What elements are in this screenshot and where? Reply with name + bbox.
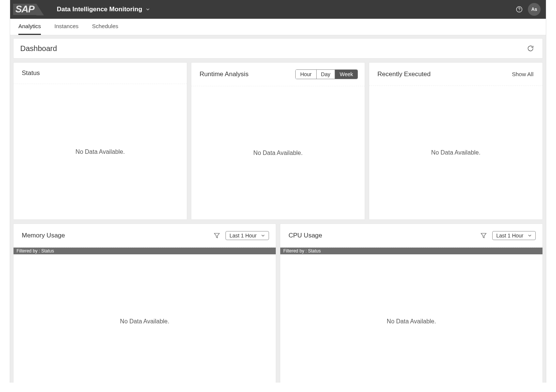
- chevron-down-icon: [260, 233, 266, 238]
- memory-range-label: Last 1 Hour: [230, 233, 257, 239]
- avatar-initials: As: [531, 7, 537, 12]
- help-icon: [515, 6, 523, 13]
- tile-status-title: Status: [22, 69, 180, 77]
- tile-row-bottom: Memory Usage Last 1 Hour Filtered by : S…: [13, 224, 543, 383]
- chevron-down-icon: [527, 233, 532, 238]
- memory-range-select[interactable]: Last 1 Hour: [225, 231, 269, 240]
- svg-point-1: [519, 11, 520, 11]
- memory-filter-button[interactable]: [212, 231, 222, 240]
- refresh-icon: [527, 45, 534, 52]
- empty-text: No Data Available.: [431, 149, 480, 156]
- svg-marker-2: [214, 233, 219, 238]
- tile-recent-body: No Data Available.: [369, 86, 542, 219]
- tile-cpu: CPU Usage Last 1 Hour Filtered by : Stat…: [280, 224, 543, 383]
- tab-analytics[interactable]: Analytics: [18, 19, 41, 35]
- empty-text: No Data Available.: [387, 318, 436, 325]
- sap-logo: SAP: [13, 4, 36, 15]
- empty-text: No Data Available.: [120, 318, 169, 325]
- cpu-filter-bar: Filtered by : Status: [280, 248, 542, 254]
- empty-text: No Data Available.: [75, 149, 125, 155]
- tile-cpu-body: No Data Available.: [280, 254, 542, 383]
- tile-cpu-title: CPU Usage: [289, 232, 479, 239]
- help-button[interactable]: [513, 3, 526, 16]
- user-avatar-button[interactable]: As: [528, 3, 541, 16]
- tile-row-top: Status No Data Available. Runtime Analys…: [13, 62, 543, 220]
- tile-memory: Memory Usage Last 1 Hour Filtered by : S…: [13, 224, 276, 383]
- tile-recent: Recently Executed Show All No Data Avail…: [369, 62, 543, 220]
- content-area[interactable]: Dashboard Status No Data Available. Runt…: [10, 35, 546, 383]
- tile-memory-title: Memory Usage: [22, 232, 212, 239]
- tab-instances[interactable]: Instances: [54, 19, 78, 35]
- segment-week[interactable]: Week: [335, 70, 358, 79]
- filter-icon: [480, 232, 487, 239]
- tile-recent-title: Recently Executed: [377, 71, 509, 78]
- main-tabs: Analytics Instances Schedules: [10, 19, 546, 35]
- svg-marker-3: [481, 233, 486, 238]
- chevron-down-icon: [145, 7, 150, 12]
- tab-schedules[interactable]: Schedules: [92, 19, 118, 35]
- segment-hour[interactable]: Hour: [296, 70, 316, 79]
- empty-text: No Data Available.: [253, 150, 302, 156]
- segment-day[interactable]: Day: [316, 70, 335, 79]
- cpu-range-label: Last 1 Hour: [496, 233, 523, 239]
- filter-icon: [213, 232, 220, 239]
- shell-header: SAP Data Intelligence Monitoring As: [10, 0, 546, 19]
- memory-filter-bar: Filtered by : Status: [14, 248, 276, 254]
- product-title-menu[interactable]: Data Intelligence Monitoring: [57, 6, 150, 13]
- tile-runtime: Runtime Analysis Hour Day Week No Data A…: [191, 62, 365, 220]
- refresh-button[interactable]: [525, 43, 536, 54]
- page-title: Dashboard: [20, 44, 525, 53]
- tile-runtime-title: Runtime Analysis: [200, 71, 295, 78]
- cpu-filter-button[interactable]: [479, 231, 488, 240]
- tile-memory-body: No Data Available.: [14, 254, 276, 383]
- show-all-button[interactable]: Show All: [509, 69, 536, 79]
- page-toolbar: Dashboard: [13, 38, 543, 59]
- tile-status: Status No Data Available.: [13, 62, 187, 220]
- app-frame: SAP Data Intelligence Monitoring As Anal…: [10, 0, 546, 383]
- tile-runtime-body: No Data Available.: [191, 86, 365, 219]
- cpu-range-select[interactable]: Last 1 Hour: [492, 231, 536, 240]
- tile-status-body: No Data Available.: [14, 84, 187, 219]
- product-title-text: Data Intelligence Monitoring: [57, 6, 142, 13]
- runtime-range-segmented: Hour Day Week: [295, 69, 358, 79]
